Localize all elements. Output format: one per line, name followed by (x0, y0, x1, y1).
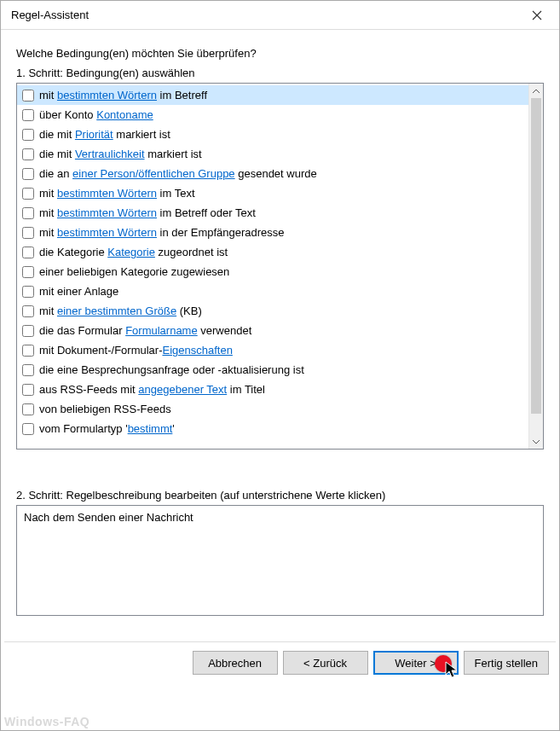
condition-checkbox[interactable] (22, 384, 34, 396)
condition-link[interactable]: bestimmten Wörtern (57, 89, 157, 102)
condition-checkbox[interactable] (22, 109, 34, 121)
condition-link[interactable]: bestimmten Wörtern (57, 206, 157, 219)
condition-row[interactable]: die das Formular Formularname verwendet (17, 321, 528, 340)
finish-button[interactable]: Fertig stellen (464, 651, 549, 675)
condition-link[interactable]: Eigenschaften (162, 344, 232, 357)
condition-row[interactable]: vom Formulartyp 'bestimmt' (17, 419, 528, 438)
scroll-down-button[interactable] (529, 434, 543, 449)
condition-checkbox[interactable] (22, 188, 34, 200)
rule-description-text: Nach dem Senden einer Nachricht (24, 511, 193, 524)
condition-checkbox[interactable] (22, 325, 34, 337)
scroll-up-button[interactable] (529, 84, 543, 98)
conditions-listbox[interactable]: mit bestimmten Wörtern im Betreffüber Ko… (16, 83, 544, 450)
back-button[interactable]: < Zurück (283, 651, 368, 675)
conditions-list: mit bestimmten Wörtern im Betreffüber Ko… (17, 84, 528, 449)
cancel-button[interactable]: Abbrechen (193, 651, 278, 675)
condition-text: die mit Vertraulichkeit markiert ist (39, 148, 202, 160)
condition-row[interactable]: mit bestimmten Wörtern in der Empfängera… (17, 223, 528, 242)
condition-row[interactable]: die mit Vertraulichkeit markiert ist (17, 144, 528, 164)
condition-link[interactable]: bestimmten Wörtern (57, 226, 157, 239)
condition-row[interactable]: mit Dokument-/Formular-Eigenschaften (17, 340, 528, 360)
cursor-icon (445, 661, 460, 680)
window-title: Regel-Assistent (11, 9, 89, 21)
condition-link[interactable]: Kategorie (107, 246, 155, 258)
next-button[interactable]: Weiter > (373, 651, 459, 675)
condition-row[interactable]: mit einer Anlage (17, 281, 528, 301)
condition-link[interactable]: bestimmt (128, 422, 173, 435)
condition-row[interactable]: die eine Besprechungsanfrage oder -aktua… (17, 360, 528, 380)
condition-checkbox[interactable] (22, 266, 34, 278)
condition-checkbox[interactable] (22, 227, 34, 239)
condition-text: die Kategorie Kategorie zugeordnet ist (39, 246, 228, 258)
condition-text: die an einer Person/öffentlichen Gruppe … (39, 167, 317, 180)
condition-link[interactable]: Priorität (75, 128, 113, 141)
condition-checkbox[interactable] (22, 247, 34, 258)
condition-text: über Konto Kontoname (39, 108, 153, 121)
chevron-up-icon (533, 89, 540, 94)
condition-link[interactable]: bestimmten Wörtern (57, 187, 157, 200)
condition-link[interactable]: einer Person/öffentlichen Gruppe (72, 167, 235, 180)
condition-row[interactable]: über Konto Kontoname (17, 105, 528, 125)
watermark: Windows-FAQ (4, 715, 89, 728)
chevron-down-icon (533, 439, 540, 444)
condition-text: mit bestimmten Wörtern in der Empfängera… (39, 226, 285, 239)
condition-text: mit einer Anlage (39, 285, 118, 298)
condition-checkbox[interactable] (22, 423, 34, 435)
condition-text: die eine Besprechungsanfrage oder -aktua… (39, 363, 304, 376)
step2-label: 2. Schritt: Regelbeschreibung bearbeiten… (16, 489, 544, 502)
condition-text: mit bestimmten Wörtern im Betreff (39, 89, 207, 102)
condition-row[interactable]: mit bestimmten Wörtern im Text (17, 183, 528, 203)
condition-checkbox[interactable] (22, 168, 34, 180)
condition-link[interactable]: Vertraulichkeit (75, 148, 145, 160)
condition-row[interactable]: aus RSS-Feeds mit angegebener Text im Ti… (17, 380, 528, 399)
condition-row[interactable]: einer beliebigen Kategorie zugewiesen (17, 262, 528, 281)
condition-text: mit Dokument-/Formular-Eigenschaften (39, 344, 233, 357)
condition-link[interactable]: Kontoname (96, 108, 153, 121)
condition-checkbox[interactable] (22, 403, 34, 415)
condition-checkbox[interactable] (22, 90, 34, 102)
condition-text: mit einer bestimmten Größe (KB) (39, 305, 202, 317)
condition-text: von beliebigen RSS-Feeds (39, 403, 171, 415)
close-button[interactable] (520, 3, 554, 27)
condition-link[interactable]: einer bestimmten Größe (57, 305, 176, 317)
condition-text: mit bestimmten Wörtern im Betreff oder T… (39, 206, 256, 219)
condition-link[interactable]: angegebener Text (138, 383, 227, 396)
condition-checkbox[interactable] (22, 305, 34, 317)
scrollbar[interactable] (528, 84, 543, 449)
condition-link[interactable]: Formularname (125, 324, 198, 337)
condition-row[interactable]: mit bestimmten Wörtern im Betreff (17, 85, 528, 105)
step1-label: 1. Schritt: Bedingung(en) auswählen (16, 67, 544, 79)
condition-text: vom Formulartyp 'bestimmt' (39, 422, 175, 435)
scrollbar-thumb[interactable] (531, 98, 541, 414)
condition-row[interactable]: mit einer bestimmten Größe (KB) (17, 301, 528, 321)
condition-text: die das Formular Formularname verwendet (39, 324, 251, 337)
scrollbar-track[interactable] (529, 414, 543, 434)
condition-checkbox[interactable] (22, 286, 34, 298)
condition-row[interactable]: von beliebigen RSS-Feeds (17, 399, 528, 419)
condition-checkbox[interactable] (22, 148, 34, 160)
question-label: Welche Bedingung(en) möchten Sie überprü… (16, 47, 544, 60)
close-icon (532, 10, 542, 20)
condition-row[interactable]: die an einer Person/öffentlichen Gruppe … (17, 164, 528, 183)
condition-text: aus RSS-Feeds mit angegebener Text im Ti… (39, 383, 265, 396)
condition-text: mit bestimmten Wörtern im Text (39, 187, 195, 200)
condition-checkbox[interactable] (22, 345, 34, 357)
condition-row[interactable]: mit bestimmten Wörtern im Betreff oder T… (17, 203, 528, 223)
highlight-marker-icon (435, 655, 452, 672)
condition-text: die mit Priorität markiert ist (39, 128, 170, 141)
condition-checkbox[interactable] (22, 129, 34, 141)
button-bar: Abbrechen < Zurück Weiter > Fertig stell… (1, 642, 559, 685)
rule-description-box[interactable]: Nach dem Senden einer Nachricht (16, 505, 544, 616)
titlebar: Regel-Assistent (1, 1, 559, 30)
condition-checkbox[interactable] (22, 364, 34, 376)
condition-row[interactable]: die mit Priorität markiert ist (17, 125, 528, 144)
condition-checkbox[interactable] (22, 207, 34, 219)
next-button-label: Weiter > (395, 657, 436, 670)
condition-text: einer beliebigen Kategorie zugewiesen (39, 265, 229, 278)
condition-row[interactable]: die Kategorie Kategorie zugeordnet ist (17, 242, 528, 262)
dialog-content: Welche Bedingung(en) möchten Sie überprü… (1, 30, 559, 616)
